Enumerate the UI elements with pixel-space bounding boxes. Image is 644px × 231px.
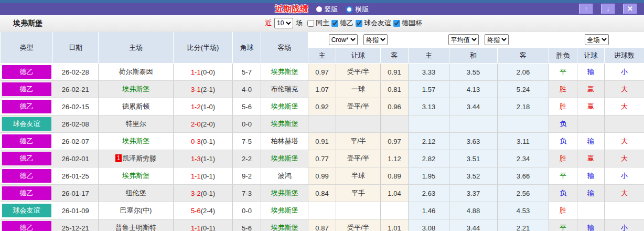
col-header-corner: 角球 — [233, 32, 261, 64]
odds-handicap: 一球 — [336, 81, 381, 98]
table-row: 德乙26-01-17纽伦堡3-2(0-1)7-3埃弗斯堡0.84平手1.042.… — [1, 185, 644, 202]
goals-result: 大 — [605, 98, 644, 116]
filter-controls: 近 10 场 同主德乙球会友谊德国杯 — [265, 15, 422, 31]
away-team: 埃弗斯堡 — [261, 116, 308, 133]
avg-home: 2.63 — [409, 185, 449, 202]
average-select[interactable]: 平均值 — [448, 34, 479, 45]
radio-unselected-icon[interactable] — [346, 6, 353, 13]
avg-away: 2.06 — [498, 64, 549, 81]
corner-score: 2-2 — [233, 150, 261, 167]
match-date: 26-02-07 — [53, 133, 99, 150]
radio-selected-icon[interactable] — [316, 6, 322, 12]
filter-checkbox-球会友谊[interactable]: 球会友谊 — [353, 18, 391, 28]
avg-away: 2.56 — [498, 185, 549, 202]
avg-away: 3.66 — [498, 167, 549, 185]
handicap-result: 输 — [577, 185, 605, 202]
league-type: 球会友谊 — [1, 202, 53, 219]
checkbox-input-同主[interactable] — [307, 20, 314, 27]
league-badge: 德乙 — [2, 134, 51, 148]
handicap-result: 输 — [577, 167, 605, 185]
result: 平 — [549, 167, 577, 185]
odds-away: 0.89 — [381, 167, 409, 185]
corner-score: 5-6 — [233, 219, 261, 231]
result: 胜 — [549, 150, 577, 167]
goals-result: 小 — [605, 167, 644, 185]
league-type: 德乙 — [1, 64, 53, 81]
filter-checkbox-德乙[interactable]: 德乙 — [329, 18, 353, 28]
col-header-date: 日期 — [53, 32, 99, 64]
avg-draw: 3.51 — [449, 150, 498, 167]
rank-badge: 1 — [115, 154, 122, 162]
score: 2-0(2-0) — [174, 116, 233, 133]
league-badge: 球会友谊 — [2, 117, 51, 131]
close-button[interactable]: ✕ — [623, 4, 637, 14]
header-row-top: 类型 日期 主场 比分(半场) 角球 客场 Crow* 终指 平均值 终指 全场 — [1, 32, 644, 48]
avg-home: 2.12 — [409, 133, 449, 150]
match-date: 26-02-15 — [53, 98, 99, 116]
avg-away: 5.24 — [498, 81, 549, 98]
recent-count-select[interactable]: 10 — [274, 18, 293, 28]
filter-checkbox-德国杯[interactable]: 德国杯 — [391, 18, 422, 28]
radio-vertical-layout[interactable]: 竖版 — [316, 5, 338, 14]
avg-draw: 3.44 — [449, 219, 498, 231]
avg-home: 3.13 — [409, 98, 449, 116]
match-date: 26-01-17 — [53, 185, 99, 202]
score: 1-3(1-1) — [174, 150, 233, 167]
home-team: 普鲁士明斯特 — [99, 219, 174, 231]
checkbox-input-德国杯[interactable] — [393, 20, 400, 27]
filter-checkboxes: 同主德乙球会友谊德国杯 — [305, 18, 422, 28]
avg-away: 2.21 — [498, 219, 549, 231]
result: 胜 — [549, 98, 577, 116]
avg-home: 2.82 — [409, 150, 449, 167]
match-date: 26-02-28 — [53, 64, 99, 81]
handicap-result: 赢 — [577, 150, 605, 167]
odds-handicap — [336, 202, 381, 219]
odds-handicap: 平手 — [336, 185, 381, 202]
title-group: 近期战绩 竖版 横版 — [275, 4, 369, 14]
subheader-odds-home: 主 — [308, 48, 336, 64]
avg-home: 3.08 — [409, 219, 449, 231]
score: 1-2(1-0) — [174, 98, 233, 116]
corner-score: 0-0 — [233, 202, 261, 219]
match-date: 26-01-25 — [53, 167, 99, 185]
match-date: 26-02-08 — [53, 116, 99, 133]
league-type: 球会友谊 — [1, 116, 53, 133]
corner-score: 7-3 — [233, 185, 261, 202]
checkbox-label: 德国杯 — [402, 18, 422, 28]
handicap-result: 赢 — [577, 81, 605, 98]
result: 负 — [549, 185, 577, 202]
move-up-button[interactable]: ↑ — [579, 4, 593, 14]
odds-handicap: 半球 — [336, 167, 381, 185]
avg-draw: 3.44 — [449, 98, 498, 116]
score: 0-3(0-1) — [174, 133, 233, 150]
result: 平 — [549, 219, 577, 231]
scope-select[interactable]: 全场 — [585, 34, 609, 45]
filter-checkbox-同主[interactable]: 同主 — [305, 18, 329, 28]
checkbox-label: 同主 — [316, 18, 329, 28]
handicap-result: 输 — [577, 219, 605, 231]
home-team: 德累斯顿 — [99, 98, 174, 116]
odds-final-select[interactable]: 终指 — [363, 34, 388, 45]
score: 3-1(2-1) — [174, 81, 233, 98]
radio-horizontal-layout[interactable]: 横版 — [346, 5, 369, 14]
odds-away — [381, 202, 409, 219]
move-down-button[interactable]: ↓ — [601, 4, 615, 14]
goals-result: 小 — [605, 64, 644, 81]
table-row: 德乙26-02-28荷尔斯泰因1-1(0-0)5-7埃弗斯堡0.97受平/半0.… — [1, 64, 644, 81]
corner-score: 7-5 — [233, 133, 261, 150]
home-team: 纽伦堡 — [99, 185, 174, 202]
league-type: 德乙 — [1, 150, 53, 167]
checkbox-input-德乙[interactable] — [331, 20, 338, 27]
match-date: 26-02-21 — [53, 81, 99, 98]
checkbox-input-球会友谊[interactable] — [356, 20, 362, 27]
table-row: 德乙25-12-21普鲁士明斯特1-1(0-1)5-6埃弗斯堡0.87受平/半1… — [1, 219, 644, 231]
odds-source-select[interactable]: Crow* — [329, 34, 358, 45]
scope-dropdown-cell: 全场 — [549, 32, 644, 48]
subheader-avg-draw: 和 — [449, 48, 498, 64]
goals-result: 大 — [605, 81, 644, 98]
average-final-select[interactable]: 终指 — [485, 34, 509, 45]
match-date: 26-01-09 — [53, 202, 99, 219]
away-team: 埃弗斯堡 — [261, 219, 308, 231]
table-row: 德乙26-02-15德累斯顿1-2(1-0)5-6埃弗斯堡0.92受平/半0.9… — [1, 98, 644, 116]
odds-home: 0.77 — [308, 150, 336, 167]
